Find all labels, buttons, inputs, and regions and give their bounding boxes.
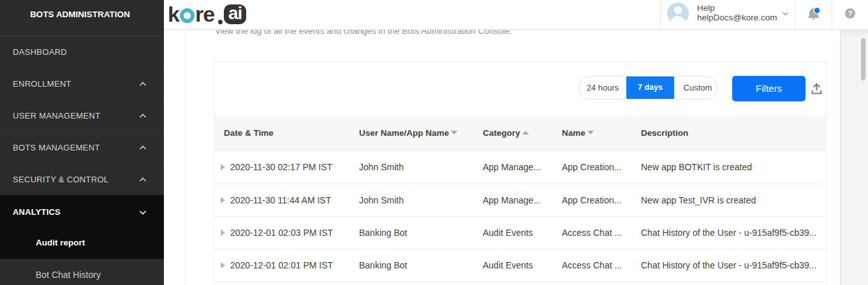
- svg-text:?: ?: [848, 10, 853, 17]
